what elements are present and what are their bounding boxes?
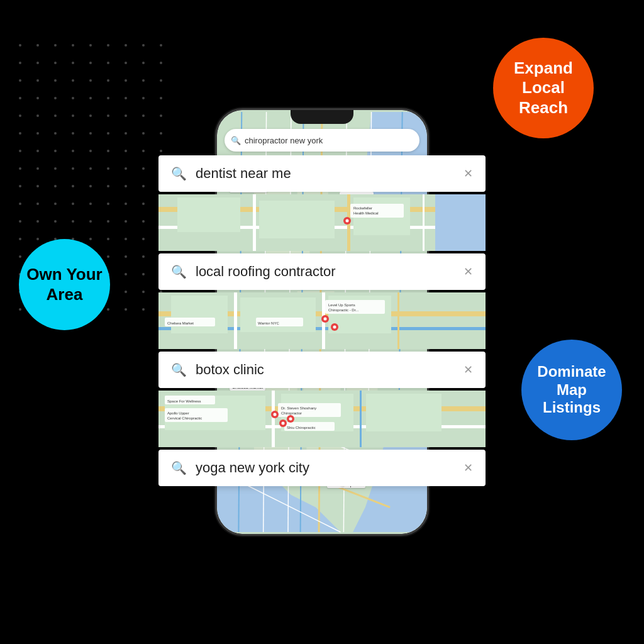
svg-marker-42 — [435, 194, 486, 251]
search-icon-1: 🔍 — [171, 166, 187, 181]
tab-maps[interactable]: Maps — [242, 160, 259, 168]
dominate-map-listings-label: DominateMapListings — [537, 363, 606, 417]
tab-forums[interactable]: Forums — [330, 160, 353, 168]
expand-local-reach-circle: ExpandLocalReach — [493, 38, 594, 138]
map-label-space: Space For Wellness — [226, 450, 271, 457]
svg-rect-77 — [165, 396, 215, 404]
phone-screen: 🔍 chiropractor new york All Maps Images … — [217, 110, 427, 534]
clear-icon-4[interactable]: ✕ — [464, 461, 473, 475]
own-your-area-label: Own Your Area — [19, 265, 110, 304]
map-label-chelsea: Chelsea Market — [230, 384, 265, 391]
svg-text:Cervical Chiropractic: Cervical Chiropractic — [167, 416, 202, 420]
map-label-apollo: Apollo UpperCervical Chiropractic — [226, 465, 272, 479]
svg-text:Chelsea Market: Chelsea Market — [167, 321, 194, 325]
search-icon-4: 🔍 — [171, 460, 187, 475]
phone-mockup: 🔍 chiropractor new york All Maps Images … — [215, 108, 429, 536]
map-label-levelup: Level Up SportsChiropractic - Dr... — [340, 368, 380, 382]
svg-rect-4 — [297, 180, 328, 201]
phone-search-query: chiropractor new york — [245, 136, 323, 145]
phone-notch — [291, 110, 353, 124]
phone-search-bar[interactable]: 🔍 chiropractor new york — [225, 129, 419, 152]
clear-icon-2[interactable]: ✕ — [464, 265, 473, 279]
svg-line-15 — [217, 340, 427, 347]
tab-all[interactable]: All — [225, 160, 232, 168]
svg-text:Space For Wellness: Space For Wellness — [167, 399, 201, 403]
svg-text:Apollo Upper: Apollo Upper — [167, 411, 189, 415]
search-icon-3: 🔍 — [171, 362, 187, 377]
clear-icon-1[interactable]: ✕ — [464, 167, 473, 180]
phone-body: 🔍 chiropractor new york All Maps Images … — [215, 108, 429, 536]
phone-tabs: All Maps Images News Forums Places — [217, 155, 427, 173]
tab-images[interactable]: Images — [269, 160, 292, 168]
map-label-rockefeller: RockefellerHealth Medical — [340, 192, 374, 206]
clear-icon-3[interactable]: ✕ — [464, 363, 473, 377]
search-icon-2: 🔍 — [171, 264, 187, 279]
svg-rect-6 — [242, 297, 291, 335]
map-label-intrepid: Intrepid Museum — [230, 186, 267, 192]
expand-local-reach-label: ExpandLocalReach — [514, 58, 573, 118]
phone-search-icon: 🔍 — [231, 136, 241, 145]
dominate-map-listings-circle: DominateMapListings — [521, 340, 622, 440]
own-your-area-circle: Own Your Area — [19, 239, 110, 330]
tab-places[interactable]: Places — [363, 159, 385, 169]
svg-line-14 — [217, 260, 427, 267]
svg-rect-61 — [165, 318, 215, 326]
tab-news[interactable]: News — [302, 160, 319, 168]
